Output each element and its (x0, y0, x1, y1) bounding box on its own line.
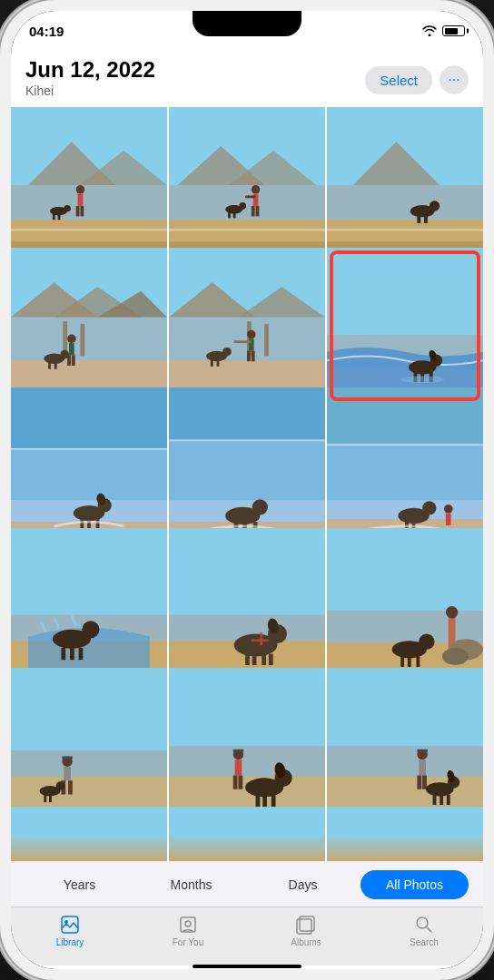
phone-screen: 04:19 Jun 12, 2022 Kihei Select ··· (11, 11, 483, 969)
photo-cell-12[interactable] (327, 528, 483, 684)
photo-cell-11[interactable] (169, 528, 325, 684)
svg-rect-132 (252, 653, 257, 664)
svg-rect-157 (44, 795, 46, 803)
header: Jun 12, 2022 Kihei Select ··· (11, 51, 483, 107)
photo-cell-8[interactable] (169, 387, 325, 544)
svg-point-156 (56, 782, 65, 791)
svg-rect-170 (256, 796, 261, 807)
wifi-icon (422, 25, 437, 36)
status-icons (422, 25, 465, 36)
photo-cell-1[interactable] (11, 107, 167, 263)
tab-albums[interactable]: Albums (247, 915, 365, 947)
svg-rect-120 (61, 648, 65, 660)
svg-rect-114 (446, 514, 451, 525)
svg-rect-39 (424, 215, 428, 224)
svg-rect-48 (80, 324, 84, 356)
photo-cell-15[interactable] (327, 668, 483, 807)
svg-rect-154 (62, 757, 72, 760)
library-icon (58, 915, 82, 935)
svg-rect-23 (245, 196, 255, 199)
photo-cell-5[interactable] (169, 248, 325, 404)
svg-point-6 (76, 185, 85, 194)
svg-rect-87 (11, 448, 167, 450)
svg-rect-175 (327, 777, 483, 807)
svg-rect-153 (68, 781, 73, 795)
status-time: 04:19 (29, 24, 64, 39)
years-button[interactable]: Years (25, 870, 133, 899)
months-button[interactable]: Months (137, 870, 245, 899)
battery-icon (442, 25, 465, 36)
tab-for-you[interactable]: For You (129, 915, 247, 947)
svg-rect-52 (72, 355, 75, 365)
svg-rect-9 (80, 206, 84, 216)
svg-rect-28 (228, 211, 231, 219)
svg-point-139 (446, 606, 458, 618)
svg-point-110 (422, 502, 436, 515)
svg-rect-174 (327, 746, 483, 780)
photo-cell-10[interactable] (11, 528, 167, 684)
svg-rect-163 (235, 760, 242, 776)
svg-rect-121 (70, 648, 74, 660)
more-button[interactable]: ··· (440, 65, 469, 94)
notch (193, 11, 301, 36)
tab-albums-label: Albums (291, 937, 321, 947)
header-location: Kihei (25, 83, 155, 98)
photo-cell-7[interactable] (11, 387, 167, 544)
svg-rect-171 (262, 796, 267, 807)
svg-point-54 (60, 350, 69, 359)
svg-rect-14 (11, 229, 167, 231)
svg-rect-30 (169, 229, 325, 231)
svg-rect-131 (245, 653, 250, 664)
svg-rect-56 (54, 361, 57, 369)
svg-point-141 (442, 648, 469, 665)
tab-bar: Library For You (11, 906, 483, 965)
photo-cell-6-highlighted[interactable] (327, 248, 483, 404)
photo-cell-2[interactable] (169, 107, 325, 263)
tab-library[interactable]: Library (11, 915, 129, 947)
svg-point-37 (430, 201, 440, 211)
svg-rect-105 (327, 445, 483, 510)
svg-point-113 (444, 505, 453, 514)
strip-cell-3 (327, 807, 483, 861)
days-button[interactable]: Days (249, 870, 357, 899)
svg-point-190 (185, 921, 191, 926)
svg-rect-63 (264, 324, 269, 356)
svg-rect-12 (53, 213, 55, 220)
svg-rect-148 (11, 750, 167, 780)
svg-point-193 (417, 917, 428, 928)
svg-point-49 (67, 334, 76, 343)
svg-point-21 (252, 185, 261, 194)
home-bar (193, 965, 301, 968)
tab-library-label: Library (56, 937, 84, 947)
svg-rect-29 (233, 211, 236, 219)
svg-rect-149 (11, 777, 167, 807)
select-button[interactable]: Select (365, 66, 432, 94)
header-left: Jun 12, 2022 Kihei (25, 58, 155, 98)
home-indicator (11, 965, 483, 969)
svg-rect-185 (440, 795, 443, 805)
svg-point-70 (222, 348, 232, 357)
svg-rect-98 (169, 440, 325, 442)
svg-rect-146 (416, 656, 420, 666)
svg-rect-184 (433, 795, 437, 805)
tab-search-label: Search (410, 937, 439, 947)
svg-rect-8 (76, 206, 80, 216)
svg-rect-134 (269, 653, 273, 664)
svg-point-143 (419, 634, 434, 650)
svg-rect-108 (327, 445, 483, 446)
photo-cell-4[interactable] (11, 248, 167, 404)
photo-cell-3[interactable] (327, 107, 483, 263)
tab-search[interactable]: Search (365, 915, 483, 947)
header-date: Jun 12, 2022 (25, 58, 155, 82)
strip-cell-1 (11, 807, 167, 861)
svg-rect-50 (69, 343, 74, 355)
svg-rect-129 (260, 632, 262, 645)
photo-cell-13[interactable] (11, 668, 167, 807)
header-right: Select ··· (365, 65, 469, 94)
photo-cell-9[interactable] (327, 387, 483, 544)
all-photos-button[interactable]: All Photos (361, 870, 469, 899)
photo-cell-14[interactable] (169, 668, 325, 807)
svg-rect-71 (211, 358, 213, 367)
svg-rect-24 (252, 206, 255, 216)
svg-point-100 (252, 500, 268, 515)
